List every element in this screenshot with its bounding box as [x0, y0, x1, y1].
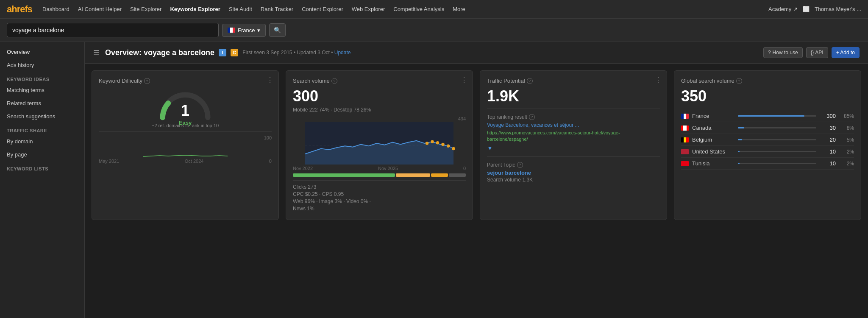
- first-seen-text: First seen 3 Sep 2015: [242, 50, 292, 56]
- sv-bar-orange: [431, 173, 448, 177]
- kd-separator: [99, 131, 272, 132]
- country-bar-wrap: [738, 139, 816, 140]
- question-icon: ?: [768, 50, 771, 56]
- nav-content-explorer[interactable]: Content Explorer: [298, 4, 347, 14]
- country-row: Tunisia 10 2%: [681, 158, 854, 170]
- parent-topic-label: Parent Topic ?: [487, 162, 660, 168]
- sv-video-pct: 0%: [361, 198, 368, 204]
- parent-topic-help-icon[interactable]: ?: [517, 162, 523, 168]
- tp-help-icon[interactable]: ?: [527, 78, 533, 84]
- sidebar: Overview Ads history Keyword ideas Match…: [0, 42, 85, 318]
- chevron-down-icon[interactable]: ▼: [487, 145, 493, 151]
- country-row: United States 10 2%: [681, 146, 854, 158]
- country-bar: [738, 139, 742, 140]
- add-to-button[interactable]: + Add to: [832, 47, 860, 58]
- sv-color-bar: [293, 173, 466, 177]
- search-button[interactable]: 🔍: [269, 23, 286, 37]
- sv-video-label: Video: [346, 198, 359, 204]
- search-input[interactable]: [7, 23, 219, 37]
- top-ranking: Top ranking result ? Voyage Barcelone, v…: [487, 114, 660, 151]
- svg-point-0: [162, 115, 165, 118]
- nav-keywords-explorer[interactable]: Keywords Explorer: [167, 4, 224, 14]
- sv-desktop-val: 78: [353, 107, 359, 113]
- tp-value: 1.9K: [487, 87, 660, 105]
- api-button[interactable]: {} API: [806, 47, 828, 58]
- kd-gauge: 1 Easy: [99, 87, 272, 121]
- sv-bar-gray: [449, 173, 466, 177]
- sv-clicks-val: 273: [308, 184, 316, 190]
- monitor-icon[interactable]: ⬜: [803, 6, 810, 12]
- tp-title-text: Traffic Potential: [487, 78, 525, 84]
- parent-topic-label-text: Parent Topic: [487, 162, 515, 168]
- api-label: {} API: [811, 50, 823, 56]
- top-ranking-link[interactable]: Voyage Barcelone, vacances et séjour ...: [487, 122, 660, 129]
- country-selector[interactable]: France ▾: [222, 24, 266, 37]
- academy-link[interactable]: Academy ↗: [768, 6, 798, 12]
- main-layout: Overview Ads history Keyword ideas Match…: [0, 42, 868, 318]
- nav-site-audit[interactable]: Site Audit: [225, 4, 256, 14]
- country-flag-icon: [681, 126, 689, 131]
- search-bar: France ▾ 🔍: [0, 19, 868, 42]
- sv-cpc-label: CPC: [293, 191, 303, 197]
- nav-more[interactable]: More: [449, 4, 469, 14]
- badge-i[interactable]: I: [219, 49, 226, 56]
- country-pct: 8%: [839, 125, 854, 131]
- sv-clicks-label: Clicks: [293, 184, 306, 190]
- sv-clicks-row: Clicks 273: [293, 184, 466, 190]
- country-flag-icon: [681, 149, 689, 154]
- nav-ai-content[interactable]: AI Content Helper: [75, 4, 125, 14]
- add-label: + Add to: [836, 50, 855, 56]
- nav-dashboard[interactable]: Dashboard: [39, 4, 73, 14]
- sidebar-item-matching-terms[interactable]: Matching terms: [0, 84, 84, 97]
- content-area: ☰ Overview: voyage a barcelone I C First…: [85, 42, 868, 318]
- sv-stats: Mobile 222 74% · Desktop 78 26%: [293, 107, 466, 113]
- parent-topic-vol: Search volume 1.3K: [487, 177, 660, 183]
- separator-dot2: •: [331, 50, 334, 56]
- top-ranking-help-icon[interactable]: ?: [529, 114, 535, 120]
- tp-menu-icon[interactable]: ⋮: [655, 76, 662, 84]
- gsv-help-icon[interactable]: ?: [736, 78, 742, 84]
- sv-menu-icon[interactable]: ⋮: [461, 76, 467, 84]
- nav-site-explorer[interactable]: Site Explorer: [127, 4, 165, 14]
- country-flag-icon: [681, 114, 689, 119]
- sv-bar-green: [293, 173, 395, 177]
- sv-axis-labels: Nov 2022 Nov 2025 0: [293, 166, 466, 171]
- kd-help-icon[interactable]: ?: [144, 78, 150, 84]
- kd-menu-icon[interactable]: ⋮: [267, 76, 273, 84]
- top-ranking-label-text: Top ranking result: [487, 114, 527, 120]
- kd-label: Easy: [179, 120, 192, 126]
- sv-sep3: ·: [316, 198, 319, 204]
- top-nav: ahrefs Dashboard AI Content Helper Site …: [0, 0, 868, 19]
- hamburger-icon[interactable]: ☰: [93, 49, 99, 57]
- update-link[interactable]: Update: [334, 50, 351, 56]
- top-ranking-url[interactable]: https://www.promovacances.com/vacances-s…: [487, 130, 660, 143]
- kd-chart-end: Oct 2024: [185, 159, 204, 164]
- sv-cps-label: CPS: [322, 191, 333, 197]
- sidebar-item-search-suggestions[interactable]: Search suggestions: [0, 110, 84, 123]
- sv-help-icon[interactable]: ?: [331, 78, 337, 84]
- gsv-card-title: Global search volume ?: [681, 78, 854, 84]
- sv-news-label: News: [293, 206, 306, 212]
- parent-topic-vol-val: 1.3K: [522, 177, 533, 183]
- updated-text: Updated 3 Oct: [297, 50, 329, 56]
- badge-c[interactable]: C: [231, 49, 238, 56]
- sidebar-item-by-domain[interactable]: By domain: [0, 135, 84, 148]
- sidebar-item-ads-history[interactable]: Ads history: [0, 59, 84, 72]
- nav-rank-tracker[interactable]: Rank Tracker: [257, 4, 297, 14]
- sidebar-item-by-page[interactable]: By page: [0, 148, 84, 161]
- sidebar-item-overview[interactable]: Overview: [0, 45, 84, 59]
- parent-topic-vol-label: Search volume: [487, 177, 521, 183]
- page-title: Overview: voyage a barcelone: [105, 48, 214, 57]
- how-to-use-button[interactable]: ? How to use: [763, 47, 803, 58]
- nav-competitive-analysis[interactable]: Competitive Analysis: [390, 4, 448, 14]
- country-name: Belgium: [692, 137, 731, 143]
- country-bar-wrap: [738, 163, 816, 164]
- country-bar-wrap: [738, 151, 816, 152]
- parent-topic-link[interactable]: sejour barcelone: [487, 170, 660, 176]
- user-menu[interactable]: Thomas Meyer's ...: [815, 6, 861, 12]
- country-row: Canada 30 8%: [681, 122, 854, 134]
- sv-sep5: ·: [369, 198, 370, 204]
- nav-web-explorer[interactable]: Web Explorer: [348, 4, 389, 14]
- logo: ahrefs: [7, 4, 32, 15]
- sidebar-item-related-terms[interactable]: Related terms: [0, 97, 84, 110]
